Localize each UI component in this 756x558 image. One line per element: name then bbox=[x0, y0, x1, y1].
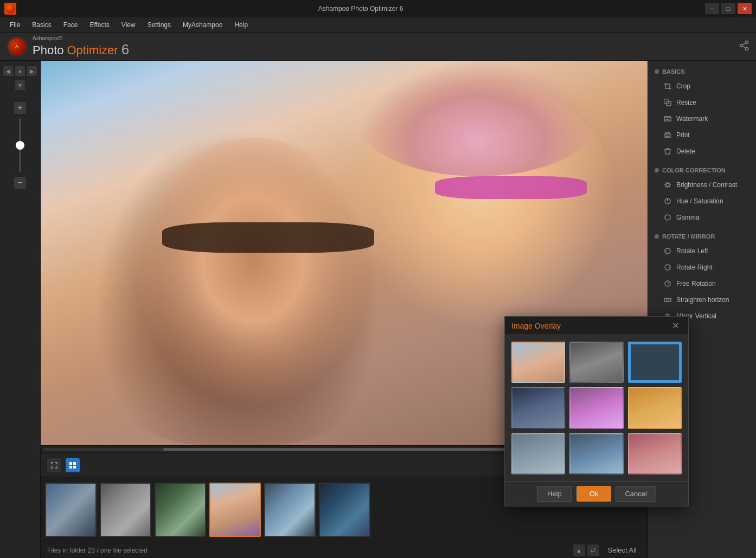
maximize-button[interactable]: □ bbox=[721, 3, 735, 14]
free-rotation-icon bbox=[663, 279, 672, 288]
overlay-thumb-1[interactable] bbox=[511, 342, 565, 383]
menu-file[interactable]: File bbox=[4, 19, 25, 31]
menu-help[interactable]: Help bbox=[229, 19, 253, 31]
zoom-slider-track[interactable] bbox=[19, 118, 21, 172]
rotate-mirror-dot-icon bbox=[655, 234, 659, 239]
nav-center-button[interactable]: ● bbox=[15, 66, 25, 76]
filmstrip-thumb-4[interactable] bbox=[209, 483, 261, 537]
filmstrip-thumb-5[interactable] bbox=[264, 483, 316, 537]
filmstrip-thumb-2[interactable] bbox=[100, 483, 151, 537]
color-correction-dot-icon bbox=[655, 168, 659, 172]
nav-arrows: ◀ ● ▶ bbox=[3, 66, 37, 76]
menu-settings[interactable]: Settings bbox=[142, 19, 176, 31]
menu-basics[interactable]: Basics bbox=[27, 19, 56, 31]
straighten-icon bbox=[663, 296, 672, 304]
filmstrip-thumb-6[interactable] bbox=[319, 483, 370, 537]
svg-line-4 bbox=[742, 46, 746, 48]
sidebar-item-crop[interactable]: Crop bbox=[648, 78, 756, 94]
svg-rect-8 bbox=[73, 466, 76, 469]
sidebar-item-print[interactable]: Print bbox=[648, 127, 756, 143]
overlay-thumb-3[interactable] bbox=[628, 342, 682, 383]
overlay-grid bbox=[511, 342, 682, 474]
thumbnail-view-button[interactable] bbox=[66, 458, 80, 472]
brand-sub: Ashampoo® bbox=[33, 35, 129, 41]
menu-view[interactable]: View bbox=[116, 19, 141, 31]
filmstrip-thumb-3[interactable] bbox=[155, 483, 206, 537]
zoom-slider-thumb[interactable] bbox=[16, 141, 24, 150]
sidebar-item-free-rotation[interactable]: Free Rotation bbox=[648, 275, 756, 292]
resize-icon bbox=[663, 98, 672, 107]
rotate-right-icon bbox=[663, 263, 672, 272]
overlay-thumb-6[interactable] bbox=[628, 387, 682, 428]
zoom-out-button[interactable]: − bbox=[14, 177, 26, 189]
overlay-thumb-5[interactable] bbox=[569, 387, 623, 428]
svg-rect-5 bbox=[69, 462, 72, 465]
filmstrip-thumb-1[interactable] bbox=[45, 483, 97, 537]
sidebar-item-resize[interactable]: Resize bbox=[648, 94, 756, 111]
titlebar: Ashampoo Photo Optimizer 6 ─ □ ✕ bbox=[0, 0, 756, 17]
overlay-thumb-2[interactable] bbox=[569, 342, 623, 383]
menu-effects[interactable]: Effects bbox=[84, 19, 114, 31]
print-icon bbox=[663, 131, 672, 139]
minimize-button[interactable]: ─ bbox=[705, 3, 719, 14]
sidebar-rotate-mirror-header: Rotate / Mirror bbox=[648, 230, 756, 243]
brand-name: Photo Optimizer 6 bbox=[33, 41, 129, 58]
status-nav-arrows: ▲ ⇄ bbox=[573, 544, 599, 556]
gamma-icon bbox=[663, 213, 672, 222]
watermark-icon bbox=[663, 114, 672, 123]
dialog-close-button[interactable]: ✕ bbox=[669, 319, 682, 332]
ok-button[interactable]: Ok bbox=[576, 486, 612, 502]
sidebar-color-correction-header: Color Correction bbox=[648, 164, 756, 177]
sidebar-item-delete[interactable]: Delete bbox=[648, 143, 756, 159]
zoom-control: + − bbox=[14, 102, 26, 189]
app-header: A Ashampoo® Photo Optimizer 6 bbox=[0, 33, 756, 61]
dialog-title: Image Overlay bbox=[511, 322, 561, 330]
overlay-thumb-8[interactable] bbox=[569, 433, 623, 474]
overlay-thumb-7[interactable] bbox=[511, 433, 565, 474]
close-button[interactable]: ✕ bbox=[738, 3, 752, 14]
svg-point-0 bbox=[746, 41, 748, 44]
svg-point-13 bbox=[666, 183, 669, 187]
basics-dot-icon bbox=[655, 69, 659, 74]
help-button[interactable]: Help bbox=[537, 486, 572, 502]
sidebar-item-hue[interactable]: Hue / Saturation bbox=[648, 193, 756, 209]
dialog-titlebar: Image Overlay ✕ bbox=[505, 317, 688, 335]
sidebar-item-rotate-left[interactable]: Rotate Left bbox=[648, 243, 756, 259]
overlay-thumb-9[interactable] bbox=[628, 433, 682, 474]
hue-icon bbox=[663, 197, 672, 206]
sidebar-item-rotate-right[interactable]: Rotate Right bbox=[648, 259, 756, 275]
share-button[interactable] bbox=[739, 40, 749, 53]
zoom-in-button[interactable]: + bbox=[14, 102, 26, 114]
status-text: Files in folder 23 / one file selected bbox=[47, 547, 148, 554]
svg-point-1 bbox=[746, 48, 748, 50]
select-all-button[interactable]: Select All bbox=[604, 544, 641, 556]
rotate-left-icon bbox=[663, 247, 672, 255]
crop-icon bbox=[663, 82, 672, 91]
sidebar-item-straighten[interactable]: Straighten horizon bbox=[648, 292, 756, 308]
brand-version: 6 bbox=[121, 41, 129, 58]
status-swap-button[interactable]: ⇄ bbox=[587, 544, 599, 556]
sidebar-item-brightness[interactable]: Brightness / Contrast bbox=[648, 177, 756, 193]
delete-icon bbox=[663, 147, 672, 156]
dialog-footer: Help Ok Cancel bbox=[505, 481, 688, 506]
nav-right-button[interactable]: ▶ bbox=[27, 66, 37, 76]
overlay-thumb-4[interactable] bbox=[511, 387, 565, 428]
status-right-area: ▲ ⇄ Select All bbox=[573, 544, 641, 556]
dialog-content bbox=[505, 335, 688, 481]
menu-face[interactable]: Face bbox=[58, 19, 84, 31]
expand-button[interactable] bbox=[47, 458, 61, 472]
brand-optimizer: Optimizer bbox=[67, 43, 118, 57]
menubar: File Basics Face Effects View Settings M… bbox=[0, 17, 756, 33]
status-up-button[interactable]: ▲ bbox=[573, 544, 585, 556]
svg-rect-6 bbox=[73, 462, 76, 465]
nav-down-button[interactable]: ▼ bbox=[15, 80, 25, 90]
nav-left-button[interactable]: ◀ bbox=[3, 66, 13, 76]
brightness-icon bbox=[663, 181, 672, 189]
sidebar-item-watermark[interactable]: Watermark bbox=[648, 111, 756, 127]
cancel-button[interactable]: Cancel bbox=[616, 486, 656, 502]
statusbar: Files in folder 23 / one file selected ▲… bbox=[41, 542, 648, 558]
window-title: Ashampoo Photo Optimizer 6 bbox=[16, 5, 705, 12]
sidebar-item-gamma[interactable]: Gamma bbox=[648, 209, 756, 226]
svg-line-3 bbox=[742, 43, 746, 45]
menu-myashampoo[interactable]: MyAshampoo bbox=[177, 19, 228, 31]
